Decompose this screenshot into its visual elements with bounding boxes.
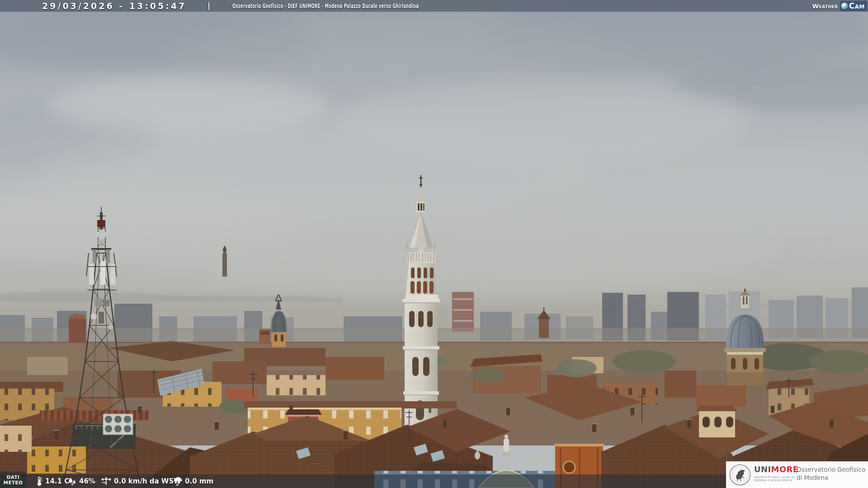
precipitation-value: 0.0 mm <box>185 477 213 485</box>
humidity-value: 46% <box>79 477 95 485</box>
city-panorama-photo <box>0 0 868 488</box>
meteo-label-line2: METEO <box>4 480 23 485</box>
droplets-icon <box>67 476 78 487</box>
humidity-reading: 46% <box>67 474 95 488</box>
wind-reading: 0.0 km/h da WSW <box>100 474 181 488</box>
unimore-wordmark: UNIMORE <box>754 465 797 474</box>
precipitation-reading: 0.0 mm <box>173 474 213 488</box>
camera-title: Osservatorio Geofisico - DIEF UNIMORE - … <box>232 2 419 9</box>
weathercam-watermark: Weather Cam <box>812 0 867 12</box>
observatory-name: Osservatorio Geofisico di Modena <box>797 465 865 482</box>
top-overlay-bar: 29/03/2026 - 13:05:47 | Osservatorio Geo… <box>0 0 868 12</box>
anemometer-icon <box>100 476 112 487</box>
observatory-name-line2: di Modena <box>797 474 865 482</box>
weathercam-panel: Cam <box>840 1 867 11</box>
timestamp: 29/03/2026 - 13:05:47 <box>42 1 186 11</box>
unimore-more: MORE <box>771 465 799 474</box>
temperature-reading: 14.1 C <box>34 474 69 488</box>
unimore-seal-icon <box>729 464 751 486</box>
meteo-label-line1: DATI <box>7 474 20 480</box>
wind-value: 0.0 km/h da WSW <box>114 477 181 485</box>
meteo-data-label: DATI METEO <box>0 472 26 488</box>
unimore-branding-box: UNIMORE UNIVERSITÀ DEGLI STUDI DI MODENA… <box>726 461 868 488</box>
temperature-value: 14.1 C <box>45 477 69 485</box>
university-subtitle-line1: UNIVERSITÀ DEGLI STUDI DI <box>754 475 797 479</box>
umbrella-icon <box>173 476 184 487</box>
rooftop-hvac-unit <box>103 414 133 435</box>
weathercam-weather-label: Weather <box>812 3 838 9</box>
university-subtitle-line2: MODENA E REGGIO EMILIA <box>754 479 797 482</box>
statue-spire <box>222 246 227 277</box>
observatory-name-line1: Osservatorio Geofisico <box>797 465 865 474</box>
thermometer-icon <box>34 476 44 487</box>
unimore-uni: UNI <box>754 465 771 474</box>
unimore-logo-text: UNIMORE UNIVERSITÀ DEGLI STUDI DI MODENA… <box>754 465 797 482</box>
weathercam-dot-icon <box>841 3 848 9</box>
webcam-frame: 29/03/2026 - 13:05:47 | Osservatorio Geo… <box>0 0 868 488</box>
university-subtitle: UNIVERSITÀ DEGLI STUDI DI MODENA E REGGI… <box>754 475 797 482</box>
separator: | <box>208 1 210 10</box>
weathercam-cam-label: Cam <box>849 1 865 10</box>
